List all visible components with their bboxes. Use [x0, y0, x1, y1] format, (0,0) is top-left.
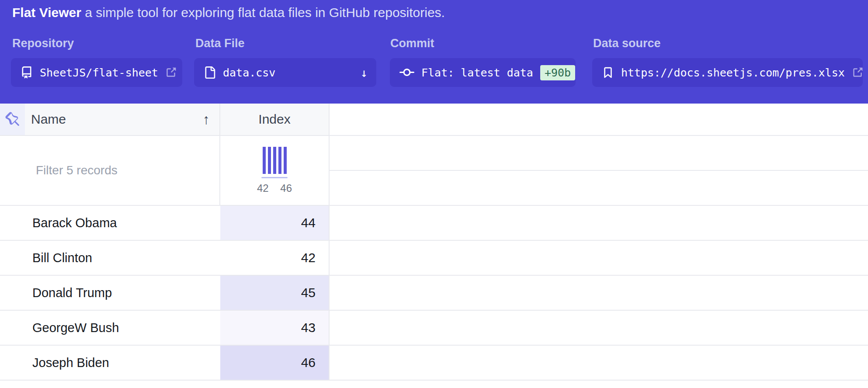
- cell-name: Donald Trump: [25, 276, 220, 310]
- app-tagline: a simple tool for exploring flat data fi…: [85, 5, 445, 20]
- table-row: Barack Obama44: [0, 206, 330, 241]
- external-link-icon: [852, 67, 863, 78]
- cell-index: 44: [220, 206, 330, 240]
- histogram-max-label: 46: [280, 182, 292, 194]
- table-row: Bill Clinton42: [0, 241, 330, 276]
- table-header: Name ↑ Index: [0, 104, 868, 136]
- table-body: 42 46 Barack Obama44Bill Clinton42Donald…: [0, 136, 868, 381]
- column-index-label: Index: [258, 112, 290, 127]
- commit-label: Commit: [390, 37, 434, 50]
- filter-row: 42 46: [0, 136, 330, 206]
- cell-name: GeorgeW Bush: [25, 311, 220, 345]
- topbar: Flat Viewer a simple tool for exploring …: [0, 0, 868, 104]
- commit-icon: [399, 65, 414, 80]
- repository-button[interactable]: SheetJS/flat-sheet: [11, 58, 182, 87]
- data-file-button[interactable]: data.csv ↓: [194, 58, 376, 87]
- filter-input[interactable]: [0, 136, 219, 205]
- row-pin-gutter: [0, 241, 25, 275]
- cell-index: 43: [220, 311, 330, 345]
- histogram-min-label: 42: [257, 182, 269, 194]
- histogram-bars: [263, 147, 287, 174]
- bookmark-icon: [602, 66, 614, 79]
- data-source-value: https://docs.sheetjs.com/pres.xlsx: [621, 66, 845, 79]
- histogram-bar: [278, 147, 281, 174]
- pin-icon: [5, 112, 20, 127]
- histogram-baseline: [261, 177, 288, 178]
- column-name-label: Name: [31, 112, 66, 127]
- repo-icon: [21, 66, 33, 79]
- data-file-value: data.csv: [223, 66, 275, 79]
- data-file-label: Data File: [195, 37, 245, 50]
- down-arrow-icon: ↓: [361, 66, 368, 80]
- repository-label: Repository: [12, 37, 74, 50]
- filter-cell: [0, 136, 220, 205]
- header-empty-area: [330, 104, 868, 135]
- row-pin-gutter: [0, 276, 25, 310]
- flat-viewer-app: Flat Viewer a simple tool for exploring …: [0, 0, 868, 388]
- column-header-name[interactable]: Name ↑: [25, 104, 220, 135]
- cell-index: 45: [220, 276, 330, 310]
- cell-name: Bill Clinton: [25, 241, 220, 275]
- row-pin-gutter: [0, 206, 25, 240]
- data-source-label: Data source: [593, 37, 661, 50]
- column-header-index[interactable]: Index: [220, 104, 330, 135]
- row-pin-gutter: [0, 346, 25, 380]
- cell-index: 46: [220, 346, 330, 380]
- data-source-button[interactable]: https://docs.sheetjs.com/pres.xlsx: [592, 58, 863, 87]
- cell-index: 42: [220, 241, 330, 275]
- file-icon: [204, 66, 216, 79]
- columns-overlay: 42 46 Barack Obama44Bill Clinton42Donald…: [0, 136, 330, 381]
- row-pin-gutter: [0, 311, 25, 345]
- histogram-range-labels: 42 46: [257, 182, 292, 194]
- table-row: GeorgeW Bush43: [0, 311, 330, 346]
- pin-column-toggle[interactable]: [0, 104, 25, 135]
- cell-name: Joseph Biden: [25, 346, 220, 380]
- rows-container: Barack Obama44Bill Clinton42Donald Trump…: [0, 206, 330, 381]
- page-title: Flat Viewer a simple tool for exploring …: [12, 5, 445, 20]
- histogram-bar: [268, 147, 271, 174]
- commit-button[interactable]: Flat: latest data +90b: [390, 58, 576, 87]
- repository-value: SheetJS/flat-sheet: [40, 66, 158, 79]
- table-row: Donald Trump45: [0, 276, 330, 311]
- app-name: Flat Viewer: [12, 5, 81, 20]
- histogram-bar: [273, 147, 276, 174]
- table-row: Joseph Biden46: [0, 346, 330, 381]
- histogram-bar: [263, 147, 266, 174]
- index-histogram[interactable]: 42 46: [220, 136, 330, 205]
- cell-name: Barack Obama: [25, 206, 220, 240]
- commit-message: Flat: latest data: [421, 66, 533, 79]
- external-link-icon: [165, 67, 177, 78]
- histogram-bar: [284, 147, 287, 174]
- sort-asc-icon: ↑: [203, 111, 210, 128]
- commit-diff-badge: +90b: [540, 65, 575, 80]
